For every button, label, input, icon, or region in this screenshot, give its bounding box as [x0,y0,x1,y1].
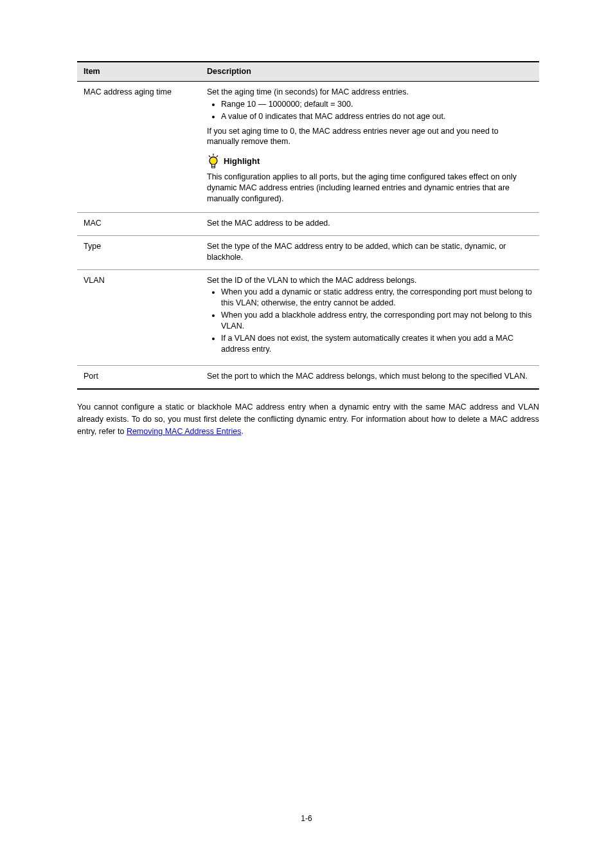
row-label: Type [77,235,200,269]
svg-line-1 [209,156,210,157]
table-row: MAC Set the MAC address to be added. [77,212,539,235]
highlight-label: Highlight [224,156,260,167]
table-row: VLAN Set the ID of the VLAN to which the… [77,269,539,365]
page-container: Item Description MAC address aging time … [0,0,613,868]
list-item: A value of 0 indicates that MAC address … [221,111,533,122]
paragraph-text: . [241,427,243,436]
row-description: Set the type of the MAC address entry to… [200,235,539,269]
bullet-list: When you add a dynamic or static address… [207,287,533,354]
table-header-description: Description [200,62,539,81]
row-outro: If you set aging time to 0, the MAC addr… [207,126,533,148]
row-label: Port [77,365,200,388]
svg-rect-5 [212,167,215,168]
list-item: Range 10 — 1000000; default = 300. [221,99,533,110]
lightbulb-icon [207,154,220,169]
list-item: If a VLAN does not exist, the system aut… [221,333,533,355]
body-paragraph: You cannot configure a static or blackho… [77,401,539,439]
table-header-item: Item [77,62,200,81]
row-label: MAC address aging time [77,81,200,212]
row-description: Set the aging time (in seconds) for MAC … [200,81,539,212]
table-row: MAC address aging time Set the aging tim… [77,81,539,212]
page-number: 1-6 [0,814,613,823]
row-intro: Set the aging time (in seconds) for MAC … [207,87,533,98]
spec-table: Item Description MAC address aging time … [77,61,539,390]
list-item: When you add a blackhole address entry, … [221,310,533,332]
table-row: Type Set the type of the MAC address ent… [77,235,539,269]
highlight-block: Highlight This configuration applies to … [207,154,533,204]
svg-point-3 [209,157,217,165]
row-description: Set the ID of the VLAN to which the MAC … [200,269,539,365]
row-description: Set the MAC address to be added. [200,212,539,235]
bullet-list: Range 10 — 1000000; default = 300. A val… [207,99,533,122]
table-row: Port Set the port to which the MAC addre… [77,365,539,388]
highlight-heading: Highlight [207,154,533,169]
cross-reference-link[interactable]: Removing MAC Address Entries [127,427,242,436]
row-label: MAC [77,212,200,235]
list-item: When you add a dynamic or static address… [221,287,533,309]
highlight-text: This configuration applies to all ports,… [207,172,533,204]
svg-line-2 [217,156,218,157]
row-intro: Set the ID of the VLAN to which the MAC … [207,275,533,286]
row-description: Set the port to which the MAC address be… [200,365,539,388]
row-label: VLAN [77,269,200,365]
